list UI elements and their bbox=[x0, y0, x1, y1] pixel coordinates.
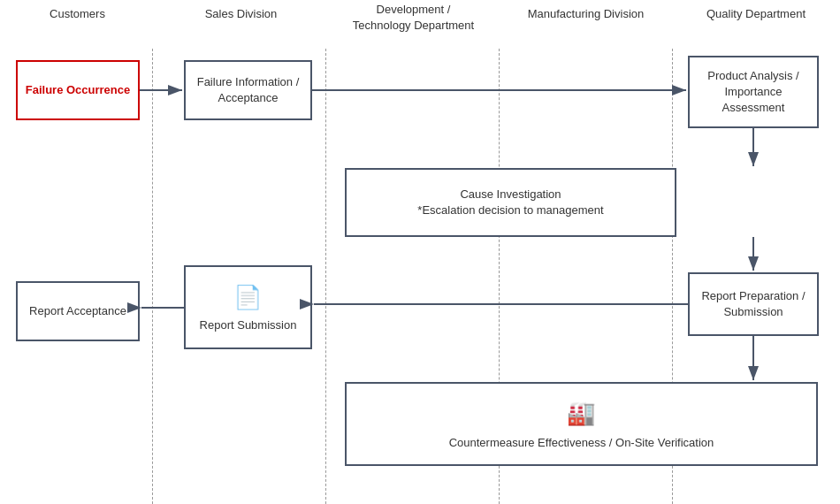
col-header-devtech: Development /Technology Department bbox=[327, 2, 500, 34]
box-report-submission: 📄 Report Submission bbox=[184, 265, 312, 349]
col-header-customers: Customers bbox=[0, 7, 155, 20]
box-cause-investigation: Cause Investigation*Escalation decision … bbox=[345, 168, 676, 237]
product-analysis-label: Product Analysis /ImportanceAssessment bbox=[707, 68, 798, 117]
failure-occurrence-label: Failure Occurrence bbox=[26, 82, 131, 98]
box-report-preparation: Report Preparation /Submission bbox=[688, 272, 819, 336]
report-submission-content: 📄 Report Submission bbox=[200, 281, 297, 333]
divider-1 bbox=[152, 49, 153, 504]
diagram-container: Customers Sales Division Development /Te… bbox=[0, 0, 840, 504]
report-preparation-label: Report Preparation /Submission bbox=[701, 288, 805, 320]
col-header-manufacturing: Manufacturing Division bbox=[500, 7, 672, 20]
box-product-analysis: Product Analysis /ImportanceAssessment bbox=[688, 56, 819, 128]
report-submission-label: Report Submission bbox=[200, 317, 297, 333]
box-countermeasure: 🏭 Countermeasure Effectiveness / On-Site… bbox=[345, 382, 818, 466]
box-failure-occurrence: Failure Occurrence bbox=[16, 60, 140, 120]
divider-2 bbox=[325, 49, 326, 504]
box-failure-info: Failure Information /Acceptance bbox=[184, 60, 312, 120]
col-header-sales: Sales Division bbox=[155, 7, 327, 20]
factory-icon: 🏭 bbox=[567, 397, 595, 429]
document-icon: 📄 bbox=[233, 281, 262, 313]
countermeasure-label: Countermeasure Effectiveness / On-Site V… bbox=[449, 435, 714, 451]
countermeasure-content: 🏭 Countermeasure Effectiveness / On-Site… bbox=[449, 397, 714, 451]
failure-info-label: Failure Information /Acceptance bbox=[197, 74, 300, 106]
report-acceptance-label: Report Acceptance bbox=[29, 303, 126, 319]
box-report-acceptance: Report Acceptance bbox=[16, 281, 140, 341]
cause-investigation-label: Cause Investigation*Escalation decision … bbox=[417, 187, 603, 218]
col-header-quality: Quality Department bbox=[672, 7, 840, 20]
